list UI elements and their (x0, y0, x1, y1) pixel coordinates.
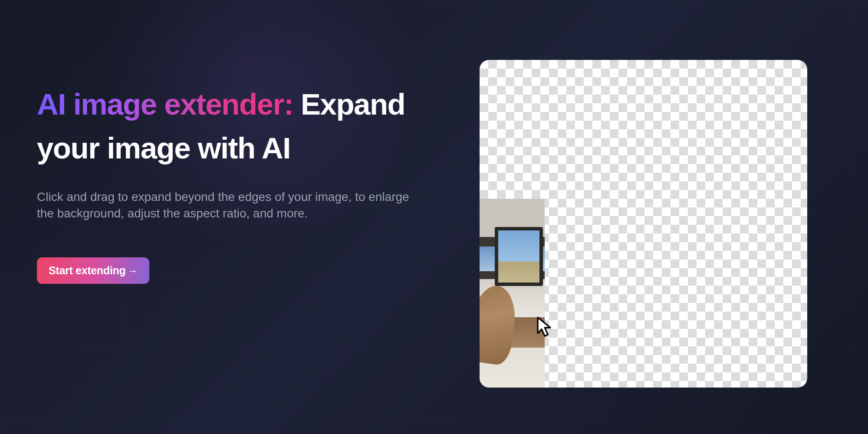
hero-content: AI image extender: Expand your image wit… (37, 0, 480, 284)
headline-gradient-text: AI image extender: (37, 88, 293, 121)
arrow-right-icon: → (127, 265, 138, 277)
hero-description: Click and drag to expand beyond the edge… (37, 189, 414, 222)
start-extending-button[interactable]: Start extending→ (37, 257, 149, 284)
hero-headline: AI image extender: Expand your image wit… (37, 82, 454, 171)
image-extend-canvas[interactable] (480, 60, 807, 388)
cursor-pointer-icon (536, 316, 555, 339)
cta-label: Start extending (49, 264, 125, 277)
source-image-preview[interactable] (480, 199, 545, 388)
